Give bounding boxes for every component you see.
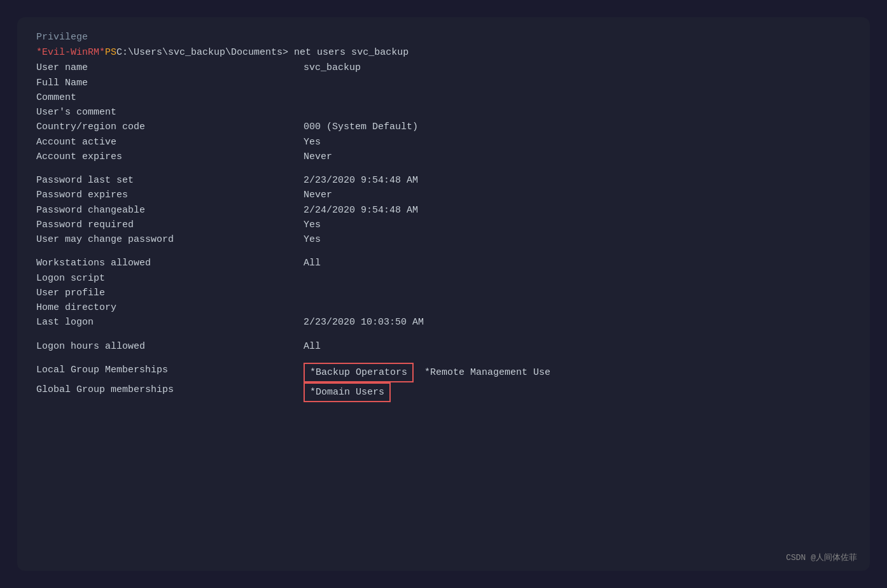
info-label: Password expires xyxy=(36,188,304,202)
info-value: 2/24/2020 9:54:48 AM xyxy=(304,203,418,218)
info-row: User profile xyxy=(36,286,851,300)
info-row: Home directory xyxy=(36,300,851,315)
info-row: Last logon2/23/2020 10:03:50 AM xyxy=(36,315,851,330)
info-row: Password last set2/23/2020 9:54:48 AM xyxy=(36,173,851,188)
info-label: Last logon xyxy=(36,315,304,330)
terminal-window: Privilege *Evil-WinRM* PS C:\Users\svc_b… xyxy=(17,17,870,571)
info-label: User profile xyxy=(36,286,304,300)
info-row: User's comment xyxy=(36,105,851,120)
info-value: 2/23/2020 9:54:48 AM xyxy=(304,173,418,188)
info-label: Password last set xyxy=(36,173,304,188)
local-memberships-label: Local Group Memberships xyxy=(36,363,304,377)
domain-users-highlight: *Domain Users xyxy=(304,382,391,402)
ps-label: PS xyxy=(105,47,116,58)
info-row: User may change passwordYes xyxy=(36,232,851,247)
local-memberships-values: *Backup Operators *Remote Management Use xyxy=(304,363,550,382)
info-label: Logon script xyxy=(36,271,304,286)
info-value: Never xyxy=(304,150,332,164)
info-rows: User namesvc_backupFull NameCommentUser'… xyxy=(36,60,851,363)
info-value: All xyxy=(304,256,321,270)
info-row: Account activeYes xyxy=(36,135,851,150)
info-value: All xyxy=(304,339,321,354)
info-row: Logon hours allowedAll xyxy=(36,339,851,354)
info-label: User name xyxy=(36,60,304,75)
info-value: Yes xyxy=(304,135,321,150)
remote-management-text: *Remote Management Use xyxy=(424,367,550,378)
info-row: Comment xyxy=(36,90,851,105)
global-memberships-values: *Domain Users xyxy=(304,382,391,402)
info-value: 2/23/2020 10:03:50 AM xyxy=(304,315,424,330)
info-label: Home directory xyxy=(36,300,304,315)
top-partial-text: Privilege xyxy=(36,30,851,45)
info-label: Account active xyxy=(36,135,304,150)
info-label: Workstations allowed xyxy=(36,256,304,270)
info-row: Password requiredYes xyxy=(36,218,851,232)
info-label: Comment xyxy=(36,90,304,105)
info-row: Full Name xyxy=(36,76,851,90)
info-label: Country/region code xyxy=(36,120,304,134)
spacer xyxy=(36,354,851,363)
info-label: Password required xyxy=(36,218,304,232)
info-value: Never xyxy=(304,188,332,202)
info-row: Password changeable2/24/2020 9:54:48 AM xyxy=(36,203,851,218)
info-value: 000 (System Default) xyxy=(304,120,418,134)
info-label: Password changeable xyxy=(36,203,304,218)
info-value: svc_backup xyxy=(304,60,361,75)
info-row: Workstations allowedAll xyxy=(36,256,851,270)
info-label: User may change password xyxy=(36,232,304,247)
watermark: CSDN @人间体佐菲 xyxy=(786,552,857,563)
info-label: Account expires xyxy=(36,150,304,164)
path-text: C:\Users\svc_backup\Documents> net users… xyxy=(116,47,409,58)
backup-operators-highlight: *Backup Operators xyxy=(304,363,414,382)
info-row: User namesvc_backup xyxy=(36,60,851,75)
info-value: Yes xyxy=(304,232,321,247)
info-row: Country/region code000 (System Default) xyxy=(36,120,851,134)
info-label: Full Name xyxy=(36,76,304,90)
spacer xyxy=(36,164,851,173)
info-label: User's comment xyxy=(36,105,304,120)
spacer xyxy=(36,247,851,256)
local-group-memberships-row: Local Group Memberships *Backup Operator… xyxy=(36,363,851,382)
prompt-line: *Evil-WinRM* PS C:\Users\svc_backup\Docu… xyxy=(36,47,851,58)
evil-winrm-label: *Evil-WinRM* xyxy=(36,47,105,58)
info-value: Yes xyxy=(304,218,321,232)
info-row: Password expiresNever xyxy=(36,188,851,202)
info-row: Logon script xyxy=(36,271,851,286)
info-row: Account expiresNever xyxy=(36,150,851,164)
global-group-memberships-row: Global Group memberships *Domain Users xyxy=(36,382,851,402)
spacer xyxy=(36,330,851,339)
global-memberships-label: Global Group memberships xyxy=(36,382,304,397)
info-label: Logon hours allowed xyxy=(36,339,304,354)
